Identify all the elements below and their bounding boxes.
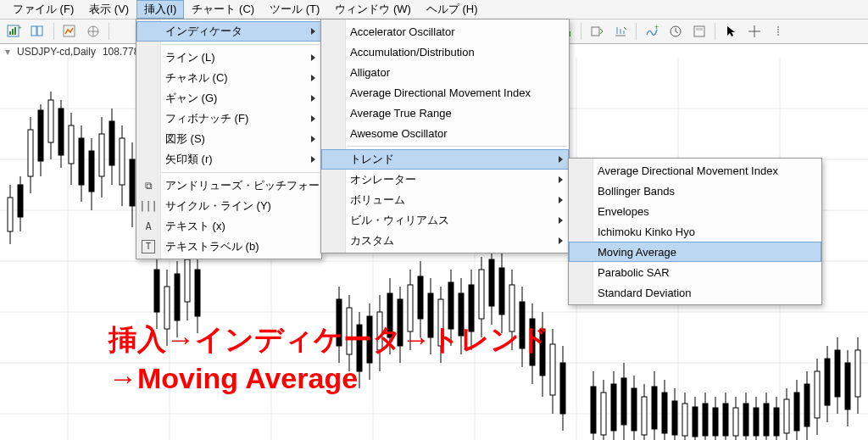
svg-rect-108 — [479, 270, 484, 319]
menu-alligator[interactable]: Alligator — [321, 62, 569, 82]
menu-window[interactable]: ウィンドウ (W) — [327, 0, 419, 19]
menu-billw-label: ビル・ウィリアムス — [350, 213, 449, 228]
menu-accdist-label: Accumulation/Distribution — [350, 46, 475, 58]
svg-rect-52 — [48, 100, 53, 142]
toolbar-sep — [581, 23, 581, 40]
menu-trend-ikh-label: Ichimoku Kinko Hyo — [598, 226, 695, 238]
svg-rect-24 — [696, 28, 703, 31]
menu-file[interactable]: ファイル (F) — [5, 0, 81, 19]
menu-trend[interactable]: トレンド — [321, 149, 569, 170]
svg-rect-50 — [38, 110, 43, 161]
menu-gann[interactable]: ギャン (G) — [136, 88, 321, 109]
svg-rect-154 — [733, 408, 738, 436]
svg-rect-142 — [672, 401, 677, 435]
arrow-right-icon — [311, 54, 315, 61]
crosshair-button[interactable] — [743, 21, 765, 42]
menu-trend-admi[interactable]: Average Directional Movement Index — [569, 160, 821, 181]
menu-channel[interactable]: チャネル (C) — [136, 68, 321, 88]
menu-atr[interactable]: Average True Range — [321, 103, 569, 123]
annotation-line2: →Moving Average — [108, 359, 549, 398]
arrow-right-icon — [311, 75, 315, 81]
svg-rect-144 — [682, 404, 687, 436]
svg-rect-76 — [185, 259, 190, 302]
menu-awesome-label: Awesome Oscillator — [350, 127, 448, 140]
menu-indicator[interactable]: インディケータ — [136, 21, 321, 42]
svg-line-22 — [676, 31, 678, 33]
menu-trend-psar[interactable]: Parabolic SAR — [569, 262, 821, 282]
menu-moving-average[interactable]: Moving Average — [569, 242, 821, 262]
menu-gann-label: ギャン (G) — [165, 91, 217, 106]
menu-awesome[interactable]: Awesome Oscillator — [321, 123, 569, 143]
svg-text:+: + — [18, 25, 22, 31]
menu-text[interactable]: Aテキスト (x) — [136, 216, 321, 237]
menu-trend-env[interactable]: Envelopes — [569, 201, 821, 221]
arrow-right-icon — [311, 156, 315, 163]
svg-rect-44 — [8, 198, 13, 231]
menubar: ファイル (F) 表示 (V) 挿入(I) チャート (C) ツール (T) ウ… — [0, 0, 868, 19]
menu-fibo-label: フィボナッチ (F) — [165, 111, 248, 126]
new-chart-button[interactable]: + — [3, 21, 25, 42]
menu-line-label: ライン (L) — [165, 50, 215, 65]
svg-rect-146 — [693, 407, 698, 437]
menu-accdist[interactable]: Accumulation/Distribution — [321, 42, 569, 62]
profiles-button[interactable] — [27, 21, 49, 42]
menu-indicator-label: インディケータ — [165, 24, 242, 39]
navigator-button[interactable] — [82, 21, 104, 42]
svg-rect-148 — [703, 404, 708, 436]
menu-trend-sd-label: Standard Deviation — [598, 287, 692, 299]
svg-rect-60 — [89, 151, 94, 192]
menu-help[interactable]: ヘルプ (H) — [419, 0, 486, 19]
menu-oscillator[interactable]: オシレーター — [321, 170, 569, 190]
svg-rect-158 — [754, 408, 759, 436]
svg-rect-170 — [815, 371, 820, 418]
menu-line[interactable]: ライン (L) — [136, 47, 321, 68]
templates-button[interactable] — [688, 21, 710, 42]
shift-end-button[interactable] — [586, 21, 608, 42]
svg-rect-74 — [175, 274, 180, 320]
menu-arrow-label: 矢印類 (r) — [165, 152, 213, 167]
menu-insert[interactable]: 挿入(I) — [136, 0, 184, 19]
vline-button[interactable] — [767, 21, 789, 42]
arrow-right-icon — [559, 217, 563, 224]
menu-atr-label: Average True Range — [350, 107, 452, 120]
menu-trend-label: トレンド — [350, 152, 394, 167]
menu-view[interactable]: 表示 (V) — [81, 0, 136, 19]
menu-ma-label: Moving Average — [598, 246, 676, 259]
menu-andrews[interactable]: ⧉アンドリューズ・ピッチフォーク (A) — [136, 175, 321, 196]
text-label-icon: T — [142, 240, 155, 253]
menu-channel-label: チャネル (C) — [165, 70, 228, 86]
menu-trend-bb[interactable]: Bollinger Bands — [569, 181, 821, 201]
auto-scroll-button[interactable] — [609, 21, 632, 42]
menu-textlabel[interactable]: Tテキストラベル (b) — [136, 237, 321, 257]
toolbar-sep — [636, 23, 637, 40]
menu-shape[interactable]: 図形 (S) — [136, 129, 321, 149]
menu-admi[interactable]: Average Directional Movement Index — [321, 82, 569, 103]
menu-trend-sd[interactable]: Standard Deviation — [569, 282, 821, 303]
svg-rect-112 — [499, 268, 504, 315]
svg-text:+: + — [654, 25, 659, 31]
arrow-right-icon — [311, 28, 315, 35]
price-1: 108.778 — [103, 46, 139, 58]
menu-volume[interactable]: ボリューム — [321, 190, 569, 210]
menu-tool[interactable]: ツール (T) — [262, 0, 327, 19]
menu-billw[interactable]: ビル・ウィリアムス — [321, 210, 569, 231]
menu-accel-label: Accelerator Oscillator — [350, 25, 455, 38]
menu-accel[interactable]: Accelerator Oscillator — [321, 21, 569, 42]
annotation-text: 挿入→インディケータ→トレンド →Moving Average — [108, 320, 549, 398]
menu-custom[interactable]: カスタム — [321, 231, 569, 251]
indicators-button[interactable]: + — [641, 21, 663, 42]
svg-rect-160 — [764, 404, 769, 436]
menu-cycle[interactable]: |||サイクル・ライン (Y) — [136, 196, 321, 216]
menu-fibo[interactable]: フィボナッチ (F) — [136, 109, 321, 129]
market-watch-button[interactable] — [58, 21, 81, 42]
svg-rect-136 — [642, 397, 647, 435]
svg-rect-172 — [825, 359, 830, 405]
svg-rect-78 — [195, 270, 200, 316]
menu-text-label: テキスト (x) — [165, 219, 225, 234]
menu-arrow[interactable]: 矢印類 (r) — [136, 149, 321, 170]
insert-menu: インディケータ ライン (L) チャネル (C) ギャン (G) フィボナッチ … — [136, 19, 322, 259]
periods-button[interactable] — [665, 21, 687, 42]
menu-trend-ikh[interactable]: Ichimoku Kinko Hyo — [569, 221, 821, 242]
menu-chart[interactable]: チャート (C) — [184, 0, 262, 19]
cursor-button[interactable] — [720, 21, 742, 42]
